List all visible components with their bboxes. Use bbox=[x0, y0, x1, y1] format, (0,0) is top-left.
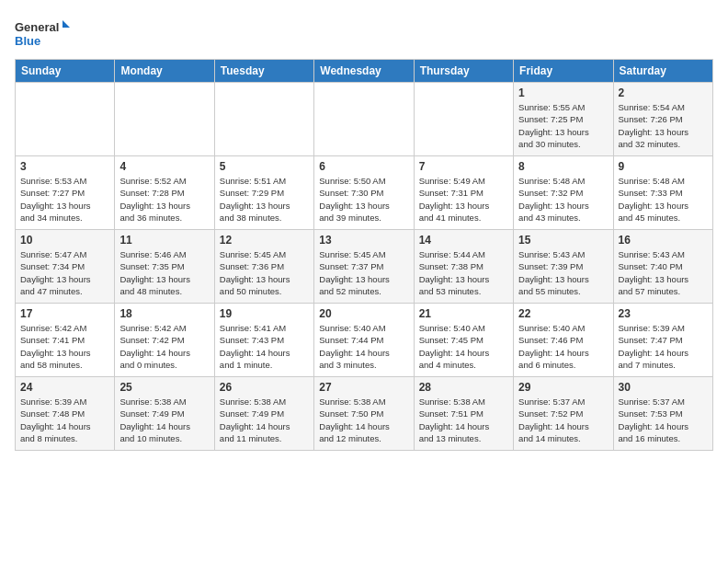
day-number: 1 bbox=[518, 86, 608, 99]
day-number: 2 bbox=[619, 86, 708, 99]
day-number: 27 bbox=[319, 381, 408, 394]
day-number: 14 bbox=[419, 234, 508, 247]
day-info: Sunrise: 5:50 AM Sunset: 7:30 PM Dayligh… bbox=[319, 175, 408, 224]
day-cell: 18Sunrise: 5:42 AM Sunset: 7:42 PM Dayli… bbox=[115, 304, 214, 377]
day-info: Sunrise: 5:39 AM Sunset: 7:47 PM Dayligh… bbox=[619, 322, 708, 371]
day-info: Sunrise: 5:43 AM Sunset: 7:39 PM Dayligh… bbox=[518, 248, 608, 297]
svg-text:Blue: Blue bbox=[15, 34, 40, 48]
day-cell: 7Sunrise: 5:49 AM Sunset: 7:31 PM Daylig… bbox=[414, 156, 513, 230]
header-cell-saturday: Saturday bbox=[613, 60, 712, 83]
day-info: Sunrise: 5:48 AM Sunset: 7:33 PM Dayligh… bbox=[619, 175, 708, 224]
day-info: Sunrise: 5:41 AM Sunset: 7:43 PM Dayligh… bbox=[220, 322, 309, 371]
day-cell: 15Sunrise: 5:43 AM Sunset: 7:39 PM Dayli… bbox=[514, 230, 613, 304]
day-number: 8 bbox=[518, 160, 608, 173]
day-number: 21 bbox=[419, 307, 508, 320]
day-cell: 4Sunrise: 5:52 AM Sunset: 7:28 PM Daylig… bbox=[115, 156, 214, 230]
week-row-4: 24Sunrise: 5:39 AM Sunset: 7:48 PM Dayli… bbox=[16, 377, 713, 451]
day-cell: 8Sunrise: 5:48 AM Sunset: 7:32 PM Daylig… bbox=[514, 156, 613, 230]
day-cell: 21Sunrise: 5:40 AM Sunset: 7:45 PM Dayli… bbox=[414, 304, 513, 377]
day-cell: 24Sunrise: 5:39 AM Sunset: 7:48 PM Dayli… bbox=[16, 377, 115, 451]
day-number: 16 bbox=[619, 234, 708, 247]
day-cell bbox=[314, 83, 414, 156]
day-info: Sunrise: 5:51 AM Sunset: 7:29 PM Dayligh… bbox=[220, 175, 309, 224]
day-cell bbox=[16, 83, 115, 156]
day-number: 12 bbox=[220, 234, 309, 247]
day-info: Sunrise: 5:40 AM Sunset: 7:46 PM Dayligh… bbox=[518, 322, 608, 371]
day-cell: 19Sunrise: 5:41 AM Sunset: 7:43 PM Dayli… bbox=[214, 304, 313, 377]
day-info: Sunrise: 5:49 AM Sunset: 7:31 PM Dayligh… bbox=[419, 175, 508, 224]
header-row: SundayMondayTuesdayWednesdayThursdayFrid… bbox=[16, 60, 713, 83]
day-number: 7 bbox=[419, 160, 508, 173]
day-cell: 16Sunrise: 5:43 AM Sunset: 7:40 PM Dayli… bbox=[613, 230, 712, 304]
header-cell-wednesday: Wednesday bbox=[314, 60, 414, 83]
day-number: 24 bbox=[20, 381, 109, 394]
svg-marker-2 bbox=[63, 20, 70, 28]
day-number: 9 bbox=[619, 160, 708, 173]
day-info: Sunrise: 5:37 AM Sunset: 7:53 PM Dayligh… bbox=[619, 396, 708, 444]
day-number: 6 bbox=[319, 160, 408, 173]
day-info: Sunrise: 5:52 AM Sunset: 7:28 PM Dayligh… bbox=[119, 175, 209, 224]
day-number: 17 bbox=[20, 307, 109, 320]
day-cell: 3Sunrise: 5:53 AM Sunset: 7:27 PM Daylig… bbox=[16, 156, 115, 230]
day-cell: 30Sunrise: 5:37 AM Sunset: 7:53 PM Dayli… bbox=[613, 377, 712, 451]
day-cell: 22Sunrise: 5:40 AM Sunset: 7:46 PM Dayli… bbox=[514, 304, 613, 377]
day-number: 5 bbox=[220, 160, 309, 173]
day-cell bbox=[214, 83, 313, 156]
day-info: Sunrise: 5:37 AM Sunset: 7:52 PM Dayligh… bbox=[518, 396, 608, 444]
week-row-2: 10Sunrise: 5:47 AM Sunset: 7:34 PM Dayli… bbox=[16, 230, 713, 304]
day-number: 15 bbox=[518, 234, 608, 247]
day-cell: 29Sunrise: 5:37 AM Sunset: 7:52 PM Dayli… bbox=[514, 377, 613, 451]
day-cell bbox=[115, 83, 214, 156]
week-row-0: 1Sunrise: 5:55 AM Sunset: 7:25 PM Daylig… bbox=[16, 83, 713, 156]
day-number: 18 bbox=[119, 307, 209, 320]
day-info: Sunrise: 5:38 AM Sunset: 7:50 PM Dayligh… bbox=[319, 396, 408, 444]
header-cell-tuesday: Tuesday bbox=[214, 60, 313, 83]
logo: General Blue bbox=[15, 15, 70, 52]
svg-text:General: General bbox=[15, 20, 59, 34]
day-cell: 12Sunrise: 5:45 AM Sunset: 7:36 PM Dayli… bbox=[214, 230, 313, 304]
day-info: Sunrise: 5:48 AM Sunset: 7:32 PM Dayligh… bbox=[518, 175, 608, 224]
week-row-1: 3Sunrise: 5:53 AM Sunset: 7:27 PM Daylig… bbox=[16, 156, 713, 230]
day-number: 23 bbox=[619, 307, 708, 320]
day-info: Sunrise: 5:45 AM Sunset: 7:37 PM Dayligh… bbox=[319, 248, 408, 297]
day-cell bbox=[414, 83, 513, 156]
page-header: General Blue bbox=[15, 15, 713, 52]
day-info: Sunrise: 5:38 AM Sunset: 7:49 PM Dayligh… bbox=[220, 396, 309, 444]
day-number: 3 bbox=[20, 160, 109, 173]
calendar-body: 1Sunrise: 5:55 AM Sunset: 7:25 PM Daylig… bbox=[16, 83, 713, 451]
day-info: Sunrise: 5:47 AM Sunset: 7:34 PM Dayligh… bbox=[20, 248, 109, 297]
day-number: 29 bbox=[518, 381, 608, 394]
day-info: Sunrise: 5:42 AM Sunset: 7:41 PM Dayligh… bbox=[20, 322, 109, 371]
day-info: Sunrise: 5:45 AM Sunset: 7:36 PM Dayligh… bbox=[220, 248, 309, 297]
day-info: Sunrise: 5:38 AM Sunset: 7:51 PM Dayligh… bbox=[419, 396, 508, 444]
day-number: 19 bbox=[220, 307, 309, 320]
header-cell-friday: Friday bbox=[514, 60, 613, 83]
day-number: 22 bbox=[518, 307, 608, 320]
day-cell: 14Sunrise: 5:44 AM Sunset: 7:38 PM Dayli… bbox=[414, 230, 513, 304]
day-info: Sunrise: 5:39 AM Sunset: 7:48 PM Dayligh… bbox=[20, 396, 109, 444]
calendar-header: SundayMondayTuesdayWednesdayThursdayFrid… bbox=[16, 60, 713, 83]
day-number: 26 bbox=[220, 381, 309, 394]
day-cell: 20Sunrise: 5:40 AM Sunset: 7:44 PM Dayli… bbox=[314, 304, 414, 377]
day-info: Sunrise: 5:55 AM Sunset: 7:25 PM Dayligh… bbox=[518, 101, 608, 150]
day-number: 30 bbox=[619, 381, 708, 394]
day-cell: 27Sunrise: 5:38 AM Sunset: 7:50 PM Dayli… bbox=[314, 377, 414, 451]
day-number: 20 bbox=[319, 307, 408, 320]
day-cell: 10Sunrise: 5:47 AM Sunset: 7:34 PM Dayli… bbox=[16, 230, 115, 304]
day-cell: 6Sunrise: 5:50 AM Sunset: 7:30 PM Daylig… bbox=[314, 156, 414, 230]
day-cell: 17Sunrise: 5:42 AM Sunset: 7:41 PM Dayli… bbox=[16, 304, 115, 377]
day-cell: 13Sunrise: 5:45 AM Sunset: 7:37 PM Dayli… bbox=[314, 230, 414, 304]
day-number: 25 bbox=[119, 381, 209, 394]
calendar-table: SundayMondayTuesdayWednesdayThursdayFrid… bbox=[15, 59, 713, 451]
header-cell-monday: Monday bbox=[115, 60, 214, 83]
day-number: 13 bbox=[319, 234, 408, 247]
day-cell: 25Sunrise: 5:38 AM Sunset: 7:49 PM Dayli… bbox=[115, 377, 214, 451]
day-cell: 11Sunrise: 5:46 AM Sunset: 7:35 PM Dayli… bbox=[115, 230, 214, 304]
day-info: Sunrise: 5:54 AM Sunset: 7:26 PM Dayligh… bbox=[619, 101, 708, 150]
day-info: Sunrise: 5:40 AM Sunset: 7:45 PM Dayligh… bbox=[419, 322, 508, 371]
day-info: Sunrise: 5:38 AM Sunset: 7:49 PM Dayligh… bbox=[119, 396, 209, 444]
day-number: 28 bbox=[419, 381, 508, 394]
header-cell-sunday: Sunday bbox=[16, 60, 115, 83]
day-info: Sunrise: 5:40 AM Sunset: 7:44 PM Dayligh… bbox=[319, 322, 408, 371]
logo-svg: General Blue bbox=[15, 15, 70, 52]
